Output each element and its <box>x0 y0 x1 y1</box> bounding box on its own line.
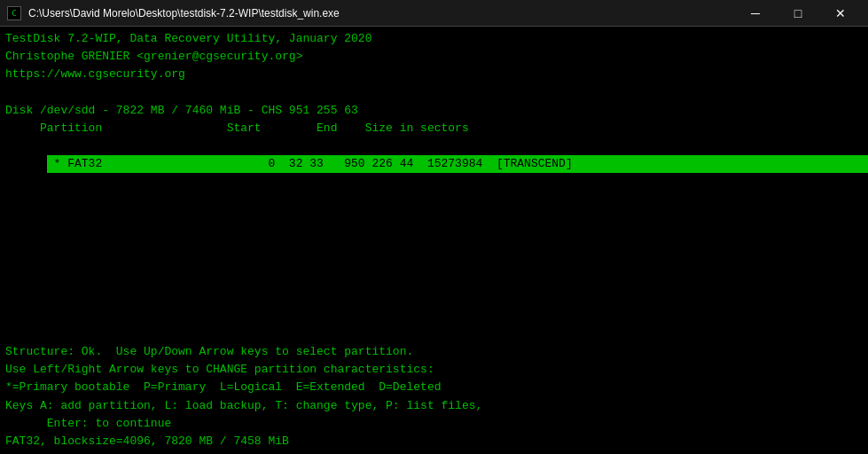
partition-row-line[interactable]: * FAT32 0 32 33 950 226 44 15273984 [TRA… <box>5 137 863 191</box>
footer-line-1: Structure: Ok. Use Up/Down Arrow keys to… <box>5 343 863 361</box>
website-line: https://www.cgsecurity.org <box>5 66 863 83</box>
footer-line-3: *=Primary bootable P=Primary L=Logical E… <box>5 379 863 396</box>
footer-line-2: Use Left/Right Arrow keys to CHANGE part… <box>5 361 863 379</box>
footer-line-5: Enter: to continue <box>5 415 863 433</box>
title-bar-text: C:\Users\David Morelo\Desktop\testdisk-7… <box>28 7 735 20</box>
footer-line-6: FAT32, blocksize=4096, 7820 MB / 7458 Mi… <box>5 433 863 450</box>
minimize-button[interactable]: ─ <box>735 0 776 27</box>
window-icon: C <box>7 6 21 20</box>
blank-line-1 <box>5 83 863 101</box>
maximize-button[interactable]: □ <box>778 0 818 27</box>
footer-line-4: Keys A: add partition, L: load backup, T… <box>5 397 863 415</box>
app-title-line: TestDisk 7.2-WIP, Data Recovery Utility,… <box>5 30 863 48</box>
console-area: TestDisk 7.2-WIP, Data Recovery Utility,… <box>0 27 868 454</box>
title-bar: C C:\Users\David Morelo\Desktop\testdisk… <box>0 0 868 27</box>
window-controls: ─ □ ✕ <box>735 0 861 27</box>
disk-info-line: Disk /dev/sdd - 7822 MB / 7460 MiB - CHS… <box>5 102 863 120</box>
partition-header-line: Partition Start End Size in sectors <box>5 120 863 137</box>
main-window: C C:\Users\David Morelo\Desktop\testdisk… <box>0 0 868 454</box>
selected-partition[interactable]: * FAT32 0 32 33 950 226 44 15273984 [TRA… <box>47 155 868 173</box>
close-button[interactable]: ✕ <box>820 0 861 27</box>
footer-area: Structure: Ok. Use Up/Down Arrow keys to… <box>0 340 868 454</box>
author-line: Christophe GRENIER <grenier@cgsecurity.o… <box>5 48 863 66</box>
